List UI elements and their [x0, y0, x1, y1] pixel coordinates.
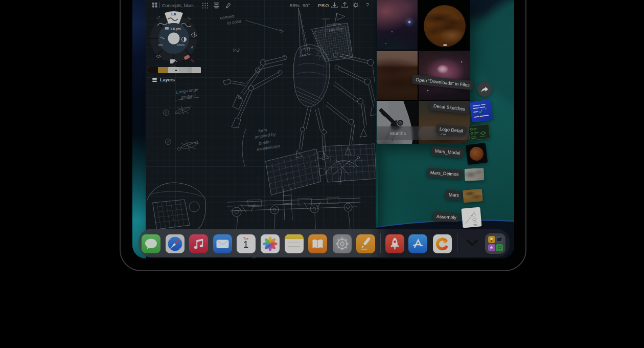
svg-text:1.6: 1.6 — [171, 12, 176, 16]
svg-text:inspired by: inspired by — [255, 132, 277, 140]
svg-text:to color: to color — [227, 18, 242, 26]
svg-text:90°: 90° — [303, 3, 310, 8]
svg-text:1.3: 1.3 — [156, 15, 161, 19]
svg-text:59%: 59% — [290, 3, 300, 8]
svg-text:14.5: 14.5 — [190, 58, 195, 63]
svg-text:2: 2 — [164, 111, 167, 115]
svg-text:100%: 100% — [177, 44, 185, 47]
svg-text:2: 2 — [166, 140, 169, 144]
svg-text:?: ? — [366, 2, 369, 8]
svg-text:V-2: V-2 — [233, 48, 240, 53]
svg-text:1.6 pts: 1.6 pts — [170, 27, 181, 31]
svg-text:A: A — [190, 45, 193, 50]
svg-text:PRO: PRO — [318, 3, 329, 8]
svg-text:0%: 0% — [158, 44, 163, 47]
